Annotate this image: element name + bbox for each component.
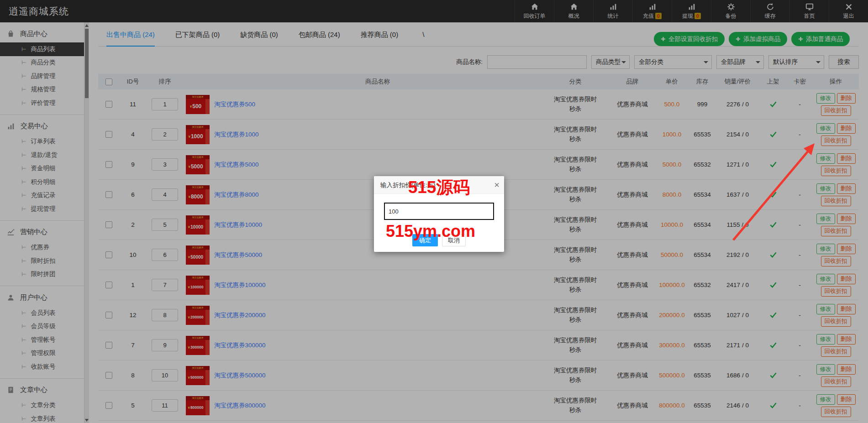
dialog-title: 输入折扣价(单位:元) [374,176,504,194]
cancel-button[interactable]: 取消 [442,234,466,246]
discount-dialog: 输入折扣价(单位:元) × 确定 取消 515源码 515ym.com [374,176,504,252]
discount-price-input[interactable] [384,203,494,220]
screen: 逍遥商城系统 回收订单概况统计充值0提现0备份缓存首页退出 商品中心⊢商品列表⊢… [0,0,868,423]
confirm-button[interactable]: 确定 [412,234,438,246]
close-icon[interactable]: × [494,179,500,191]
dialog-buttons: 确定 取消 [374,234,504,246]
